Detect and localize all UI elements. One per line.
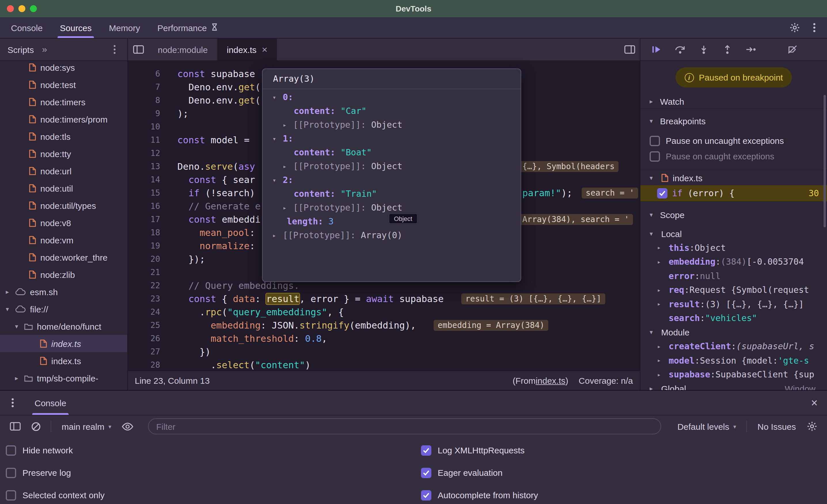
line-number[interactable]: 10 (128, 120, 160, 133)
file-tree-item[interactable]: node:v8 (0, 214, 127, 231)
more-tabs-icon[interactable]: » (42, 44, 47, 55)
line-number[interactable]: 6 (128, 67, 160, 80)
expander-arrow-icon[interactable]: ▸ (657, 258, 669, 266)
live-expression-button[interactable] (119, 418, 135, 434)
expander-arrow-icon[interactable]: ▾ (273, 94, 283, 101)
expander-arrow-icon[interactable]: ▸ (273, 232, 283, 239)
expander-arrow-icon[interactable]: ▸ (657, 286, 669, 294)
clear-console-button[interactable] (28, 418, 44, 434)
line-number[interactable]: 16 (128, 200, 160, 213)
file-tree-item[interactable]: node:test (0, 76, 127, 93)
expander-arrow-icon[interactable]: ▸ (283, 121, 293, 128)
line-number[interactable]: 28 (128, 358, 160, 371)
editor-tab-node-module[interactable]: node:module (149, 39, 217, 60)
checkbox[interactable] (6, 467, 16, 478)
expander-arrow-icon[interactable]: ▸ (283, 163, 293, 170)
execution-context-selector[interactable]: main realm ▾ (58, 422, 114, 431)
scrollbar[interactable] (824, 95, 826, 227)
checkbox[interactable] (421, 467, 431, 478)
line-number[interactable]: 20 (128, 253, 160, 266)
step-out-button[interactable] (721, 43, 734, 56)
line-number[interactable]: 11 (128, 133, 160, 147)
expander-arrow-icon[interactable]: ▾ (650, 230, 661, 238)
file-tree-item[interactable]: ▸esm.sh (0, 283, 127, 300)
section-scope[interactable]: ▾ Scope (640, 208, 827, 222)
file-tree-item[interactable]: node:timers (0, 93, 127, 110)
step-button[interactable] (744, 43, 758, 56)
line-number[interactable]: 9 (128, 107, 160, 120)
line-number[interactable]: 24 (128, 305, 160, 319)
checkbox[interactable] (657, 188, 668, 199)
line-number[interactable]: 17 (128, 213, 160, 226)
log-level-selector[interactable]: Default levels ▾ (674, 422, 739, 431)
scope-section[interactable]: ▸GlobalWindow (640, 382, 827, 390)
expander-arrow-icon[interactable]: ▾ (650, 174, 660, 181)
expander-arrow-icon[interactable]: ▾ (15, 323, 24, 330)
file-tree-item[interactable]: node:tls (0, 128, 127, 145)
expander-arrow-icon[interactable]: ▾ (6, 305, 15, 313)
file-tree-item[interactable]: node:vm (0, 231, 127, 248)
breakpoint-entry[interactable]: if (error) {30 (640, 185, 827, 202)
file-tree-item[interactable]: index.ts (0, 335, 127, 352)
kebab-menu-icon[interactable] (806, 19, 822, 36)
expander-arrow-icon[interactable]: ▸ (657, 357, 669, 365)
navigator-menu-button[interactable] (106, 42, 123, 58)
file-tree-item[interactable]: node:tty (0, 145, 127, 162)
expander-arrow-icon[interactable]: ▾ (273, 135, 283, 143)
file-tree-item[interactable]: node:util/types (0, 197, 127, 214)
line-number[interactable]: 13 (128, 160, 160, 173)
console-sidebar-toggle-button[interactable] (7, 418, 23, 434)
line-number[interactable]: 18 (128, 226, 160, 239)
drawer-kebab-button[interactable] (5, 395, 21, 411)
line-number[interactable]: 8 (128, 94, 160, 107)
tab-sources[interactable]: Sources (51, 17, 100, 38)
scope-section[interactable]: ▾Module (640, 325, 827, 339)
expander-arrow-icon[interactable]: ▸ (657, 300, 669, 308)
drawer-tab-console[interactable]: Console (25, 391, 76, 415)
line-number[interactable]: 12 (128, 147, 160, 160)
checkbox[interactable] (6, 490, 16, 500)
tab-memory[interactable]: Memory (100, 17, 149, 38)
line-number[interactable]: 27 (128, 345, 160, 358)
settings-gear-button[interactable] (787, 19, 803, 36)
line-number[interactable]: 19 (128, 239, 160, 253)
issues-counter[interactable]: No Issues (754, 422, 799, 431)
deactivate-breakpoints-button[interactable] (785, 43, 799, 56)
section-watch[interactable]: ▸ Watch (640, 94, 827, 109)
console-settings-button[interactable] (804, 418, 820, 434)
breakpoint-file-group[interactable]: ▾ index.ts (640, 170, 827, 185)
filter-input[interactable] (148, 418, 661, 434)
line-number[interactable]: 21 (128, 266, 160, 279)
expander-arrow-icon[interactable]: ▾ (650, 329, 661, 336)
line-number[interactable]: 14 (128, 173, 160, 186)
expander-arrow-icon[interactable]: ▾ (650, 211, 660, 218)
scope-section[interactable]: ▾Local (640, 227, 827, 241)
step-over-button[interactable] (673, 43, 687, 56)
line-number[interactable]: 23 (128, 292, 160, 305)
expander-arrow-icon[interactable]: ▾ (273, 176, 283, 184)
checkbox[interactable] (6, 445, 16, 455)
expander-arrow-icon[interactable]: ▸ (650, 385, 661, 390)
file-tree-item[interactable]: index.ts (0, 352, 127, 370)
file-tree-item[interactable]: node:zlib (0, 266, 127, 283)
resume-button[interactable] (650, 43, 664, 56)
expander-arrow-icon[interactable]: ▸ (657, 244, 669, 252)
line-number[interactable]: 22 (128, 279, 160, 292)
expander-arrow-icon[interactable]: ▸ (657, 371, 669, 379)
tab-console[interactable]: Console (2, 17, 51, 38)
line-number[interactable]: 26 (128, 332, 160, 345)
navigator-tab-scripts[interactable]: Scripts (7, 45, 34, 54)
expander-arrow-icon[interactable]: ▾ (650, 117, 660, 124)
tab-performance[interactable]: Performance (149, 17, 227, 38)
file-tree-item[interactable]: node:worker_thre (0, 248, 127, 266)
expander-arrow-icon[interactable]: ▸ (650, 98, 660, 105)
file-tree-item[interactable]: node:sys (0, 59, 127, 76)
checkbox[interactable] (421, 490, 431, 500)
line-number[interactable]: 7 (128, 80, 160, 94)
file-tree-item[interactable]: node:url (0, 162, 127, 179)
expander-arrow-icon[interactable]: ▸ (657, 343, 669, 350)
file-link[interactable]: index.ts (536, 376, 565, 386)
checkbox[interactable] (650, 135, 660, 146)
checkbox[interactable] (421, 445, 431, 455)
file-tree-item[interactable]: ▸tmp/sb-compile- (0, 370, 127, 387)
